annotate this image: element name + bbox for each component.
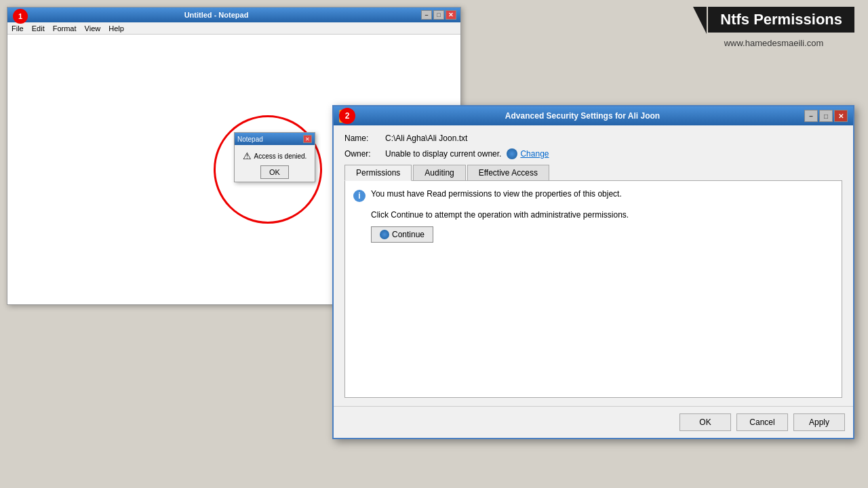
mini-dialog-body: ⚠ Access is denied. OK [235,145,315,182]
tab-content-area: i You must have Read permissions to view… [344,181,842,398]
notepad-menu-edit[interactable]: Edit [32,24,45,33]
info-message-box: i You must have Read permissions to view… [353,189,833,202]
notepad-menu-format[interactable]: Format [53,24,77,33]
continue-label: Continue [392,230,425,239]
cancel-button[interactable]: Cancel [736,413,788,431]
notepad-menu-file[interactable]: File [12,24,24,33]
tab-permissions[interactable]: Permissions [344,165,412,181]
name-value: C:\Ali Agha\Ali Joon.txt [385,134,467,143]
adv-close-btn[interactable]: ✕ [834,110,848,122]
mini-dialog-titlebar: Notepad ✕ [235,133,315,145]
continue-button[interactable]: Continue [371,226,433,243]
brand-title: Ntfs Permissions [708,7,854,33]
name-row: Name: C:\Ali Agha\Ali Joon.txt [344,134,842,143]
adv-controls: – □ ✕ [804,110,848,122]
mini-dialog-message-text: Access is denied. [254,152,307,160]
adv-security-title: Advanced Security Settings for Ali Joon [361,111,804,121]
adv-security-titlebar: 2 Advanced Security Settings for Ali Joo… [334,106,853,125]
adv-maximize-btn[interactable]: □ [819,110,833,122]
tab-effective-access[interactable]: Effective Access [467,165,549,180]
info-circle-icon: i [353,190,366,202]
globe-icon [507,148,517,159]
mini-access-denied-dialog: Notepad ✕ ⚠ Access is denied. OK [234,132,315,182]
notepad-controls: – □ ✕ [421,10,456,20]
click-continue-text: Click Continue to attempt the operation … [371,210,833,220]
adv-minimize-btn[interactable]: – [804,110,818,122]
mini-dialog-title: Notepad [237,136,263,143]
notepad-title: Untitled - Notepad [12,11,421,19]
owner-value: Unable to display current owner. [385,149,501,159]
name-label: Name: [344,134,385,143]
notepad-maximize-btn[interactable]: □ [433,10,444,20]
mini-dialog-ok-btn[interactable]: OK [260,165,289,179]
notepad-menu-view[interactable]: View [85,24,101,33]
notepad-menubar: File Edit Format View Help [7,22,460,35]
tabs-container: Permissions Auditing Effective Access [344,165,842,181]
mini-dialog-close-btn[interactable]: ✕ [303,135,312,143]
mini-dialog-message: ⚠ Access is denied. [243,150,307,161]
owner-row: Owner: Unable to display current owner. … [344,148,842,159]
dialog-footer: OK Cancel Apply [334,406,853,438]
tab-auditing[interactable]: Auditing [413,165,465,180]
notepad-close-btn[interactable]: ✕ [446,10,456,20]
brand-area: Ntfs Permissions www.hamedesmaeili.com [693,7,854,48]
notepad-minimize-btn[interactable]: – [421,10,432,20]
step-badge-2: 2 [339,108,355,124]
continue-globe-icon [380,230,389,239]
advanced-security-dialog: 2 Advanced Security Settings for Ali Joo… [332,105,854,439]
info-message-text: You must have Read permissions to view t… [371,189,622,199]
notepad-menu-help[interactable]: Help [108,24,124,33]
step-badge-1: 1 [13,9,28,24]
owner-label: Owner: [344,149,385,159]
notepad-titlebar: 1 Untitled - Notepad – □ ✕ [7,7,460,22]
adv-security-body: Name: C:\Ali Agha\Ali Joon.txt Owner: Un… [334,125,853,406]
warning-icon: ⚠ [243,150,252,161]
brand-subtitle: www.hamedesmaeili.com [693,38,854,48]
apply-button[interactable]: Apply [793,413,845,431]
ok-button[interactable]: OK [679,413,731,431]
change-link[interactable]: Change [520,149,549,159]
